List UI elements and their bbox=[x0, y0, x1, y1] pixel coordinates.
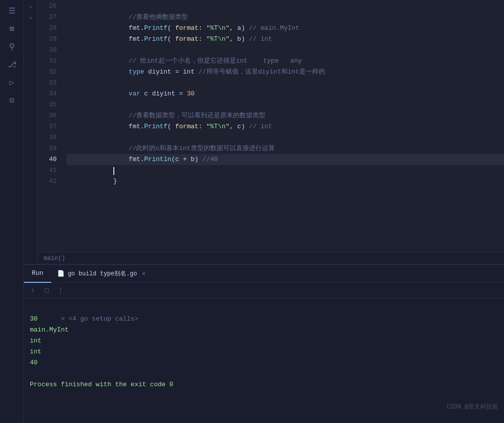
code-line-26: //查看他俩数据类型 bbox=[67, 1, 504, 12]
scroll-up-button[interactable]: ↑ bbox=[28, 286, 38, 296]
code-content: 26 27 28 29 30 31 32 33 34 35 36 37 38 3… bbox=[38, 0, 504, 252]
line-num-34: 34 bbox=[42, 88, 57, 99]
line-num-35: 35 bbox=[42, 99, 57, 110]
file-icon: 📄 bbox=[57, 270, 65, 277]
line-num-39: 39 bbox=[42, 143, 57, 154]
line-num-37: 37 bbox=[42, 121, 57, 132]
term-line-int2: int bbox=[30, 346, 498, 357]
line-num-26: 26 bbox=[42, 1, 57, 12]
line-num-36: 36 bbox=[42, 110, 57, 121]
line-num-41: 41 bbox=[42, 165, 57, 176]
line-num-38: 38 bbox=[42, 132, 57, 143]
more-button[interactable]: ⋮ bbox=[56, 286, 66, 296]
line-num-27: 27 bbox=[42, 12, 57, 23]
extensions-icon[interactable]: ⊡ bbox=[5, 93, 19, 107]
left-panel: › › bbox=[24, 0, 38, 264]
code-line-42 bbox=[67, 176, 504, 187]
git-icon[interactable]: ⎇ bbox=[5, 58, 19, 72]
status-text: main() bbox=[44, 255, 65, 262]
tab-run[interactable]: Run bbox=[24, 265, 51, 283]
debug-icon[interactable]: ▷ bbox=[5, 76, 19, 89]
code-line-35: //查看数据类型，可以看到还是原来的数据类型 bbox=[67, 99, 504, 110]
line-num-30: 30 bbox=[42, 45, 57, 56]
line-num-31: 31 bbox=[42, 56, 57, 67]
tab-build-file[interactable]: 📄 go build type别名.go ✕ bbox=[51, 265, 151, 283]
term-line-empty bbox=[30, 368, 498, 379]
line-num-42: 42 bbox=[42, 176, 57, 187]
explorer-icon[interactable]: ⊞ bbox=[5, 22, 19, 36]
term-line-int1: int bbox=[30, 336, 498, 346]
line-numbers: 26 27 28 29 30 31 32 33 34 35 36 37 38 3… bbox=[38, 0, 63, 252]
term-line-process: Process finished with the exit code 0 bbox=[30, 379, 498, 390]
menu-icon[interactable]: ☰ bbox=[5, 4, 19, 18]
terminal-tabs: Run 📄 go build type别名.go ✕ bbox=[24, 265, 504, 283]
terminal-toolbar: ↑ □ ⋮ bbox=[24, 283, 504, 299]
term-line-myint: main.MyInt bbox=[30, 325, 498, 336]
line-num-40: 40 bbox=[42, 154, 57, 165]
search-icon[interactable]: ⚲ bbox=[5, 40, 19, 54]
watermark: CSDN @景天科技苑 bbox=[447, 403, 498, 411]
line-num-28: 28 bbox=[42, 23, 57, 34]
code-line-41: } bbox=[67, 165, 504, 176]
sidebar: ☰ ⊞ ⚲ ⎇ ▷ ⊡ bbox=[0, 0, 24, 423]
stop-button[interactable]: □ bbox=[42, 286, 52, 296]
code-lines[interactable]: //查看他俩数据类型 fmt.Printf( format: "%T\n", a… bbox=[63, 0, 504, 252]
line-num-32: 32 bbox=[42, 67, 57, 78]
code-line-33: var c diyint = 30 bbox=[67, 78, 504, 88]
collapse-icon-2[interactable]: › bbox=[24, 13, 37, 24]
main-content: › › 26 27 28 29 30 31 32 33 34 35 36 bbox=[24, 0, 504, 423]
term-line-40: 40 bbox=[30, 357, 498, 368]
term-line-setup: > <4 go setup calls> bbox=[30, 303, 498, 314]
tab-close-button[interactable]: ✕ bbox=[142, 270, 146, 277]
terminal-area: Run 📄 go build type别名.go ✕ ↑ □ ⋮ > <4 go… bbox=[24, 264, 504, 423]
collapse-icon[interactable]: › bbox=[24, 2, 37, 13]
comment-26: //查看他俩数据类型 bbox=[113, 13, 188, 21]
line-num-33: 33 bbox=[42, 78, 57, 88]
code-line-38: //此时的c和基本int类型的数据可以直接进行运算 bbox=[67, 132, 504, 143]
code-line-30: // 给int起一个小名，但是它还得是int type any bbox=[67, 45, 504, 56]
line-num-29: 29 bbox=[42, 34, 57, 45]
editor-area: › › 26 27 28 29 30 31 32 33 34 35 36 bbox=[24, 0, 504, 264]
terminal-output: > <4 go setup calls> 30 main.MyInt int i… bbox=[24, 299, 504, 423]
status-bar: main() bbox=[38, 252, 504, 264]
code-editor: 26 27 28 29 30 31 32 33 34 35 36 37 38 3… bbox=[38, 0, 504, 264]
